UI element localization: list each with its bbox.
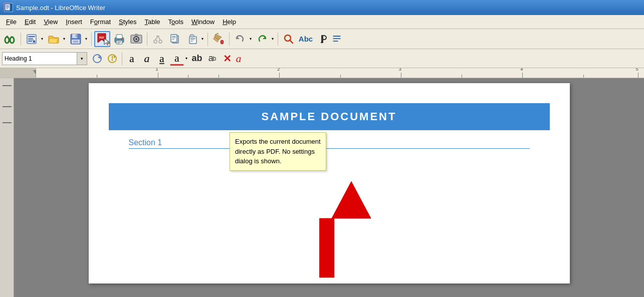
cut-button[interactable]: [150, 31, 166, 47]
svg-rect-33: [135, 34, 138, 36]
export-pdf-button[interactable]: PDF ?: [94, 31, 110, 47]
menu-bar: File Edit View Insert Format Styles Tabl…: [0, 15, 644, 29]
svg-rect-45: [190, 35, 194, 37]
svg-rect-27: [117, 42, 121, 43]
document-heading: SAMPLE DOCUMENT: [109, 103, 550, 130]
open-arrow[interactable]: ▾: [62, 31, 67, 47]
svg-rect-19: [73, 41, 78, 43]
menu-view[interactable]: View: [40, 16, 62, 28]
sidebar-mark-1: [3, 85, 12, 86]
svg-point-35: [159, 40, 162, 43]
svg-rect-3: [6, 9, 8, 9]
save-group: ▾: [68, 31, 89, 47]
style-dropdown-arrow[interactable]: ▾: [77, 52, 87, 65]
ruler: 1 2 3 4 5: [0, 68, 644, 78]
svg-rect-25: [116, 35, 122, 39]
menu-file[interactable]: File: [2, 16, 21, 28]
svg-point-32: [135, 38, 137, 40]
copy-button[interactable]: [167, 31, 183, 47]
sidebar-mark-3: [3, 122, 12, 123]
svg-rect-42: [172, 38, 176, 38]
style-value: Heading 1: [5, 55, 32, 62]
style-select[interactable]: Heading 1: [2, 52, 77, 65]
svg-rect-46: [190, 38, 195, 39]
paste-arrow[interactable]: ▾: [200, 31, 205, 47]
svg-point-63: [112, 59, 113, 61]
ruler-content: 1 2 3 4 5: [36, 68, 644, 78]
menu-table[interactable]: Table: [140, 16, 164, 28]
clear-format-button[interactable]: ✕: [220, 52, 234, 66]
separator-4: [207, 33, 208, 46]
search-button[interactable]: [281, 31, 297, 47]
redo-group: ▾: [254, 31, 275, 47]
styled-ab-button[interactable]: ab: [205, 52, 219, 66]
document-page: SAMPLE DOCUMENT Section 1: [89, 83, 570, 283]
document-area[interactable]: SAMPLE DOCUMENT Section 1 Exports the cu…: [14, 78, 644, 297]
redo-button[interactable]: [254, 31, 270, 47]
menu-insert[interactable]: Insert: [62, 16, 86, 28]
paste-button[interactable]: [184, 31, 200, 47]
separator-5: [229, 33, 230, 46]
menu-edit[interactable]: Edit: [21, 16, 40, 28]
title-bar: Sample.odt - LibreOffice Writer: [0, 0, 644, 15]
svg-point-5: [10, 37, 14, 43]
sidebar-mark-2: [3, 106, 12, 107]
char-normal-button[interactable]: a: [125, 52, 139, 66]
app-icon: [4, 3, 13, 12]
svg-rect-47: [190, 40, 194, 40]
svg-rect-17: [76, 35, 77, 37]
style-settings-button[interactable]: [105, 52, 119, 66]
char-style-group: a ▾: [170, 51, 189, 67]
menu-format[interactable]: Format: [86, 16, 115, 28]
svg-text:?: ?: [108, 43, 109, 46]
menu-styles[interactable]: Styles: [115, 16, 140, 28]
char-style-button[interactable]: a: [170, 52, 184, 66]
char-variant-button[interactable]: a: [235, 52, 242, 66]
svg-point-29: [121, 38, 123, 40]
undo-group: ▾: [232, 31, 253, 47]
separator-1: [21, 33, 21, 46]
format-sep-1: [122, 52, 122, 65]
bold-ab-button[interactable]: ab: [190, 52, 204, 66]
paragraph-marks-button[interactable]: [315, 31, 331, 47]
update-style-button[interactable]: [90, 52, 104, 66]
navigator-group: ▾: [24, 31, 45, 47]
char-italic-button[interactable]: a: [140, 52, 154, 66]
undo-arrow[interactable]: ▾: [248, 31, 253, 47]
more-button[interactable]: [332, 31, 342, 47]
svg-rect-28: [117, 43, 120, 43]
format-bar: Heading 1 ▾ a a a a ▾ ab ab ✕ a: [0, 49, 644, 68]
svg-rect-13: [28, 41, 32, 42]
svg-line-37: [158, 36, 160, 40]
print-button[interactable]: [111, 31, 127, 47]
svg-point-14: [33, 40, 36, 43]
abc-label: Abc: [299, 35, 313, 43]
spellcheck-button[interactable]: Abc: [298, 31, 314, 47]
svg-rect-41: [172, 36, 176, 37]
paint-bucket-button[interactable]: [210, 31, 227, 47]
redo-arrow[interactable]: ▾: [270, 31, 275, 47]
open-button[interactable]: [46, 31, 62, 47]
navigator-button[interactable]: [24, 31, 40, 47]
menu-tools[interactable]: Tools: [164, 16, 187, 28]
svg-rect-6: [9, 39, 11, 41]
separator-2: [91, 33, 92, 46]
find-replace-button[interactable]: [2, 31, 18, 47]
window-title: Sample.odt - LibreOffice Writer: [16, 4, 105, 12]
tooltip-box: Exports the current document directly as…: [230, 132, 326, 171]
svg-rect-10: [28, 36, 35, 37]
save-arrow[interactable]: ▾: [84, 31, 89, 47]
undo-button[interactable]: [232, 31, 248, 47]
tooltip-line2: directly as PDF. No settings: [235, 148, 315, 155]
separator-3: [147, 33, 147, 46]
paste-group: ▾: [184, 31, 205, 47]
navigator-arrow[interactable]: ▾: [40, 31, 45, 47]
svg-rect-2: [6, 7, 9, 8]
svg-rect-1: [6, 6, 9, 7]
menu-help[interactable]: Help: [219, 16, 240, 28]
char-style-arrow[interactable]: ▾: [184, 51, 189, 67]
save-button[interactable]: [68, 31, 84, 47]
char-underline-button[interactable]: a: [155, 52, 169, 66]
menu-window[interactable]: Window: [187, 16, 219, 28]
screenshot-button[interactable]: [128, 31, 144, 47]
